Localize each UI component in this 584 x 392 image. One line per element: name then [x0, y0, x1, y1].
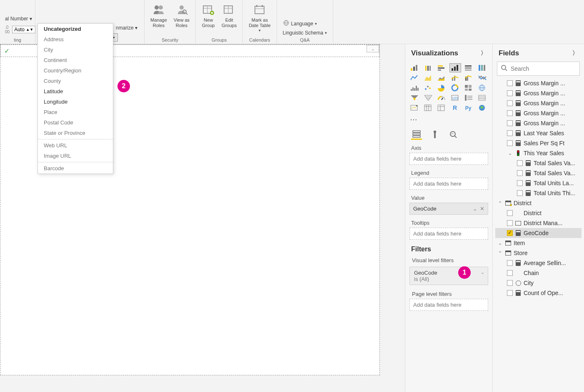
field-checkbox[interactable]: [507, 220, 513, 226]
viz-type-2[interactable]: [436, 63, 447, 72]
category-option[interactable]: Address: [38, 34, 113, 45]
viz-type-18[interactable]: [409, 93, 420, 102]
field-row[interactable]: Gross Margin ...: [495, 98, 582, 108]
auto-select[interactable]: Auto▲▼: [12, 26, 35, 33]
formula-commit-icon[interactable]: ✓: [4, 47, 10, 55]
field-row[interactable]: Gross Margin ...: [495, 88, 582, 98]
field-row[interactable]: ⌄This Year Sales: [495, 148, 582, 158]
field-row[interactable]: Last Year Sales: [495, 128, 582, 138]
summarize-dropdown[interactable]: nmarize ▾: [116, 25, 137, 31]
field-row[interactable]: Gross Margin ...: [495, 108, 582, 118]
viz-type-17[interactable]: [477, 83, 488, 92]
viz-type-0[interactable]: [409, 63, 420, 72]
format-dropdown-trunc[interactable]: al Number ▾: [3, 15, 34, 22]
viz-type-1[interactable]: [422, 63, 434, 72]
viz-type-11[interactable]: [477, 73, 488, 82]
field-row[interactable]: Total Sales Va...: [495, 168, 582, 178]
field-row[interactable]: Sales Per Sq Ft: [495, 138, 582, 148]
category-option[interactable]: Place: [38, 107, 113, 117]
field-checkbox[interactable]: [507, 290, 513, 296]
value-well[interactable]: GeoCode ⌄✕: [409, 203, 488, 215]
field-row[interactable]: Count of Ope...: [495, 288, 582, 298]
formula-collapse-button[interactable]: ⌄: [367, 45, 379, 52]
viz-type-20[interactable]: [436, 93, 447, 102]
field-checkbox[interactable]: [507, 90, 513, 96]
axis-well[interactable]: Add data fields here: [409, 153, 488, 165]
chevron-down-icon[interactable]: ⌄: [473, 206, 477, 212]
mark-as-date-table-button[interactable]: Mark as Date Table ▾: [246, 2, 273, 35]
category-option[interactable]: Web URL: [38, 140, 113, 151]
viz-type-28[interactable]: Py: [463, 103, 474, 112]
category-option[interactable]: Uncategorized: [38, 24, 113, 34]
viz-type-14[interactable]: [436, 83, 447, 92]
search-input[interactable]: [511, 65, 584, 72]
category-option[interactable]: Barcode: [38, 163, 113, 174]
field-row[interactable]: Average Sellin...: [495, 258, 582, 268]
field-checkbox[interactable]: [507, 210, 513, 216]
field-checkbox[interactable]: [507, 140, 513, 146]
field-row[interactable]: Chain: [495, 268, 582, 278]
language-dropdown[interactable]: Language ▾: [280, 19, 329, 28]
format-tab[interactable]: [429, 129, 440, 140]
field-checkbox[interactable]: [507, 110, 513, 116]
chevron-down-icon[interactable]: ⌄: [481, 270, 484, 275]
table-row[interactable]: ⌃●District: [495, 198, 582, 208]
legend-well[interactable]: Add data fields here: [409, 178, 488, 190]
field-checkbox[interactable]: [507, 230, 513, 236]
field-checkbox[interactable]: [507, 120, 513, 126]
fields-header[interactable]: Fields〉: [493, 44, 584, 62]
viz-type-3[interactable]: [449, 63, 461, 72]
more-visuals-button[interactable]: ···: [405, 116, 492, 127]
viz-type-27[interactable]: R: [449, 103, 461, 112]
category-option[interactable]: Country/Region: [38, 65, 113, 76]
viz-type-4[interactable]: [463, 63, 474, 72]
category-option[interactable]: Longitude: [38, 97, 113, 107]
viz-type-5[interactable]: [477, 63, 488, 72]
viz-type-8[interactable]: [436, 73, 447, 82]
tooltips-well[interactable]: Add data fields here: [409, 228, 488, 240]
viz-type-13[interactable]: [422, 83, 434, 92]
category-option[interactable]: Image URL: [38, 151, 113, 161]
field-row[interactable]: Gross Margin ...: [495, 78, 582, 88]
table-row[interactable]: ⌃Store: [495, 248, 582, 258]
field-row[interactable]: City: [495, 278, 582, 288]
field-checkbox[interactable]: [507, 280, 513, 286]
field-checkbox[interactable]: [517, 160, 523, 166]
viz-type-29[interactable]: [477, 103, 488, 112]
expand-icon[interactable]: ⌃: [497, 201, 503, 206]
category-option[interactable]: Continent: [38, 55, 113, 65]
expand-icon[interactable]: ⌃: [497, 251, 503, 256]
field-checkbox[interactable]: [507, 130, 513, 136]
new-group-button[interactable]: New Group: [199, 2, 217, 30]
viz-type-23[interactable]: [477, 93, 488, 102]
fields-tab[interactable]: [411, 129, 422, 140]
field-row[interactable]: Total Units La...: [495, 178, 582, 188]
visualizations-header[interactable]: Visualizations〉: [405, 44, 492, 62]
field-row[interactable]: Total Units Thi...: [495, 188, 582, 198]
viz-type-7[interactable]: [422, 73, 434, 82]
analytics-tab[interactable]: [448, 129, 459, 140]
field-checkbox[interactable]: [507, 100, 513, 106]
field-checkbox[interactable]: [507, 270, 513, 276]
field-row[interactable]: District Mana...: [495, 218, 582, 228]
category-option[interactable]: State or Province: [38, 128, 113, 138]
viz-type-22[interactable]: [463, 93, 474, 102]
visual-filter-card[interactable]: GeoCode is (All) ⌄: [409, 267, 488, 285]
manage-roles-button[interactable]: Manage Roles: [148, 2, 170, 30]
field-row[interactable]: Total Sales Va...: [495, 158, 582, 168]
category-option[interactable]: Postal Code: [38, 117, 113, 128]
field-row[interactable]: GeoCode: [495, 228, 582, 238]
viz-type-21[interactable]: 123: [449, 93, 461, 102]
category-option[interactable]: Latitude: [38, 86, 113, 97]
viz-type-10[interactable]: [463, 73, 474, 82]
category-option[interactable]: County: [38, 76, 113, 86]
field-row[interactable]: Gross Margin ...: [495, 118, 582, 128]
viz-type-26[interactable]: [436, 103, 447, 112]
field-checkbox[interactable]: [507, 80, 513, 86]
expand-icon[interactable]: ⌄: [497, 241, 503, 246]
expand-icon[interactable]: ⌄: [507, 151, 513, 156]
viz-type-24[interactable]: [409, 103, 420, 112]
field-checkbox[interactable]: [517, 180, 523, 186]
view-as-roles-button[interactable]: View as Roles: [171, 2, 192, 30]
edit-groups-button[interactable]: Edit Groups: [219, 2, 239, 30]
